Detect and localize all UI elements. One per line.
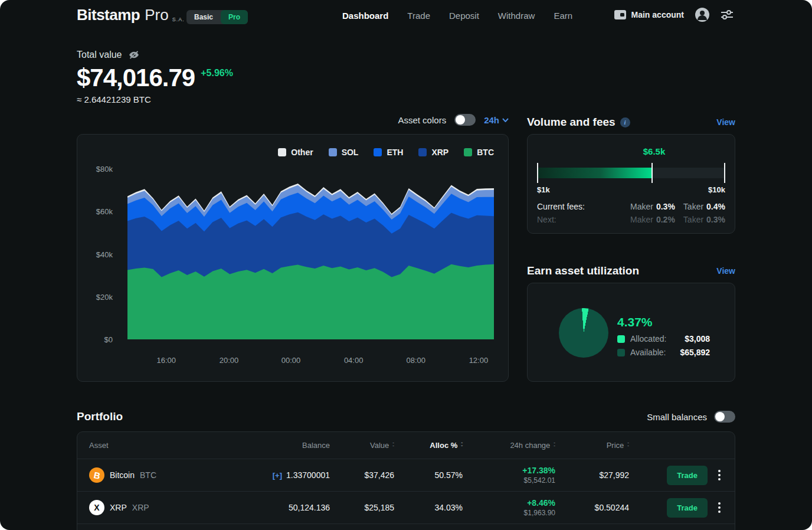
legend-item-btc[interactable]: BTC — [464, 148, 494, 157]
balance-value: 50,124.136 — [289, 503, 330, 512]
legend-swatch — [329, 148, 337, 156]
account-selector[interactable]: Main account — [614, 9, 684, 20]
column-alloc[interactable]: Alloc %ˆˇ — [394, 441, 463, 450]
allocated-value: $3,008 — [672, 334, 710, 343]
small-balances-label: Small balances — [647, 412, 707, 422]
x-axis-label: 00:00 — [281, 356, 301, 365]
next-maker-label: Maker — [630, 215, 653, 224]
volume-fees-view-link[interactable]: View — [716, 117, 735, 127]
sliders-icon[interactable] — [721, 9, 734, 20]
total-value-label: Total value — [77, 50, 122, 60]
account-label: Main account — [631, 10, 684, 19]
table-row-bitcoin[interactable]: B Bitcoin BTC [+] 1.33700001 $37,426 50.… — [77, 459, 735, 492]
column-price[interactable]: Priceˆˇ — [555, 441, 629, 450]
nav-earn[interactable]: Earn — [554, 11, 572, 21]
column-balance[interactable]: Balance — [254, 441, 330, 450]
earn-utilization-card: 4.37% Allocated: $3,008 Available: $65,8… — [527, 283, 735, 382]
column-24h-change[interactable]: 24h changeˆˇ — [463, 441, 555, 450]
legend-item-other[interactable]: Other — [278, 148, 313, 157]
portfolio-table-header: Asset Balance Valueˆˇ Alloc %ˆˇ 24h chan… — [77, 432, 735, 459]
nav-dashboard[interactable]: Dashboard — [342, 11, 388, 21]
header-right-cluster: Main account — [614, 7, 734, 22]
total-value-amount: $74,016.79 — [77, 64, 195, 92]
asset-symbol: XRP — [132, 503, 149, 512]
legend-label: SOL — [342, 148, 359, 157]
pro-segment[interactable]: Pro — [221, 10, 248, 24]
volume-current-label: $6.5k — [643, 146, 666, 156]
y-axis-label: $60k — [77, 207, 113, 216]
change-usd: $1,963.90 — [524, 509, 555, 517]
basic-pro-toggle[interactable]: Basic Pro — [186, 10, 248, 24]
column-asset[interactable]: Asset — [89, 441, 254, 450]
time-range-value: 24h — [484, 115, 499, 125]
available-label: Available: — [630, 348, 666, 357]
volume-fees-card: $6.5k $1k $10k Current fees: Maker0.3% T… — [527, 134, 735, 234]
change-cell: +8.46% $1,963.90 — [463, 498, 555, 517]
price-cell: $27,992 — [555, 470, 629, 480]
nav-withdraw[interactable]: Withdraw — [498, 11, 535, 21]
volume-min-tick — [537, 163, 538, 183]
legend-label: XRP — [431, 148, 448, 157]
nav-deposit[interactable]: Deposit — [449, 11, 479, 21]
asset-colors-label: Asset colors — [398, 115, 446, 125]
asset-name: Bitcoin — [110, 470, 135, 480]
maker-label: Maker — [630, 202, 653, 211]
next-fees-row: Next: Maker0.2% Taker0.3% — [537, 215, 725, 224]
legend-item-eth[interactable]: ETH — [374, 148, 403, 157]
table-row-xrp[interactable]: X XRP XRP 50,124.136 $25,185 34.03% +8.4… — [77, 492, 735, 524]
chart-y-axis: $80k$60k$40k$20k$0 — [77, 135, 113, 381]
earn-utilization-title: Earn asset utilization — [527, 264, 639, 277]
change-cell: +17.38% $5,542.01 — [463, 466, 555, 485]
current-fees-label: Current fees: — [537, 202, 585, 211]
chevron-down-icon — [502, 118, 509, 122]
avatar-icon[interactable] — [695, 7, 710, 22]
xrp-icon: X — [89, 500, 104, 515]
trade-button[interactable]: Trade — [667, 466, 708, 485]
time-range-dropdown[interactable]: 24h — [484, 115, 509, 125]
row-menu-icon[interactable] — [716, 500, 723, 515]
legend-item-sol[interactable]: SOL — [329, 148, 359, 157]
dashboard-page: Bitstamp Pro S.A. Basic Pro Dashboard Tr… — [0, 0, 812, 530]
asset-colors-toggle[interactable] — [454, 114, 476, 126]
chart-plot-area[interactable] — [127, 169, 494, 339]
asset-name: XRP — [110, 503, 127, 512]
alloc-cell: 50.57% — [394, 470, 463, 480]
earn-percent: 4.37% — [617, 315, 710, 329]
bitstamp-logo[interactable]: Bitstamp Pro S.A. — [77, 6, 185, 24]
chart-legend: OtherSOLETHXRPBTC — [278, 148, 494, 157]
legend-label: Other — [291, 148, 313, 157]
y-axis-label: $20k — [77, 293, 113, 302]
portfolio-header: Portfolio Small balances — [77, 410, 735, 423]
earn-utilization-section: Earn asset utilization View 4.37% Alloca… — [527, 264, 735, 382]
taker-fee-value: 0.4% — [706, 202, 725, 211]
next-taker-fee-value: 0.3% — [706, 215, 725, 224]
x-axis-label: 04:00 — [344, 356, 364, 365]
right-column: Volume and fees i View $6.5k $1k $10k Cu… — [527, 116, 735, 382]
basic-segment[interactable]: Basic — [186, 10, 221, 24]
logo-text: Bitstamp — [77, 6, 140, 24]
info-icon[interactable]: i — [620, 117, 630, 127]
deposit-shortcut-icon[interactable]: [+] — [273, 471, 282, 480]
asset-symbol: BTC — [140, 470, 156, 480]
allocated-label: Allocated: — [630, 334, 666, 343]
row-menu-icon[interactable] — [716, 467, 723, 483]
volume-fees-header: Volume and fees i View — [527, 116, 735, 129]
legend-item-xrp[interactable]: XRP — [418, 148, 448, 157]
small-balances-toggle[interactable] — [714, 411, 735, 423]
legend-swatch — [418, 148, 427, 156]
next-maker-fee-value: 0.2% — [656, 215, 675, 224]
volume-min-label: $1k — [537, 185, 550, 194]
earn-view-link[interactable]: View — [716, 266, 735, 276]
logo-pro-text: Pro — [145, 6, 168, 24]
bitcoin-icon: B — [89, 467, 104, 483]
next-fees-label: Next: — [537, 215, 556, 224]
nav-trade[interactable]: Trade — [407, 11, 430, 21]
alloc-cell: 34.03% — [394, 503, 463, 512]
eye-slash-icon[interactable] — [128, 50, 140, 60]
logo-legal-text: S.A. — [172, 17, 185, 24]
trade-button[interactable]: Trade — [667, 498, 708, 518]
volume-bar-fill — [537, 168, 652, 178]
column-value[interactable]: Valueˆˇ — [330, 441, 394, 450]
change-percent: +8.46% — [527, 498, 555, 508]
portfolio-table: Asset Balance Valueˆˇ Alloc %ˆˇ 24h chan… — [77, 431, 735, 530]
